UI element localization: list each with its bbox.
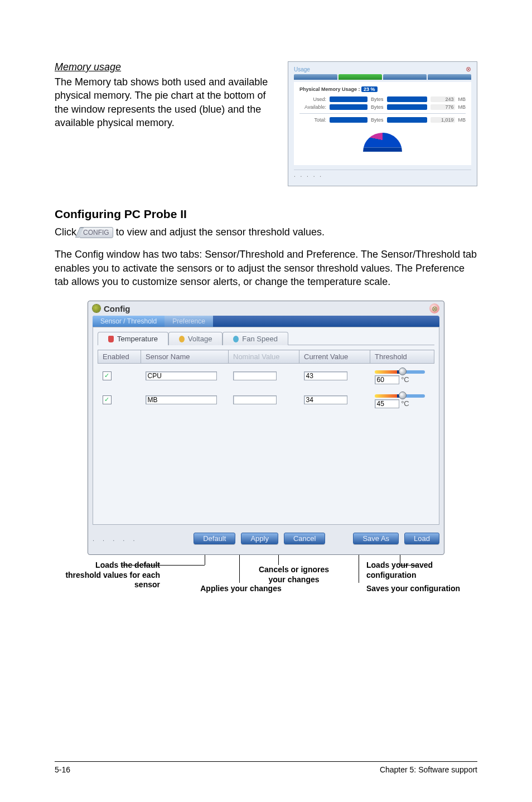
close-icon: ⊗ (466, 65, 471, 73)
save-as-button[interactable]: Save As (353, 533, 399, 544)
threshold-slider[interactable] (375, 369, 425, 375)
mem-tab (428, 74, 471, 80)
default-button[interactable]: Default (194, 533, 235, 544)
footer-left: 5-16 (55, 765, 70, 774)
col-current: Current Value (299, 350, 370, 364)
voltage-icon (179, 336, 185, 342)
tab-voltage-label: Voltage (188, 335, 212, 343)
mem-row-mbunit: MB (458, 96, 466, 102)
table-row: ✓ °C (98, 364, 434, 388)
memory-heading: Physical Memory Usage : (299, 86, 360, 92)
load-button[interactable]: Load (404, 533, 439, 544)
memory-usage-paragraph: The Memory tab shows both used and avail… (55, 75, 280, 129)
thermometer-icon (108, 336, 114, 342)
config-window: Config ⊗ Sensor / Threshold Preference T… (88, 301, 444, 555)
callout-default: Loads the default threshold values for e… (60, 561, 160, 590)
current-input (304, 395, 347, 404)
decorative-dots: . . . . . (93, 535, 138, 542)
configuring-heading: Configuring PC Probe II (55, 207, 477, 221)
gear-icon (93, 305, 100, 312)
mem-row-unit: Bytes (371, 117, 384, 123)
decorative-dots: . . . . . (294, 170, 471, 178)
nominal-input[interactable] (233, 395, 277, 404)
config-inline-button: CONFIG (79, 227, 113, 238)
footer-right: Chapter 5: Software support (380, 765, 477, 774)
col-nominal: Nominal Value (229, 350, 299, 364)
enabled-checkbox[interactable]: ✓ (103, 371, 112, 380)
col-threshold: Threshold (370, 350, 434, 364)
mem-tab (383, 74, 427, 80)
mem-row-mb: 776 (431, 104, 455, 110)
click-text-post: to view and adjust the sensor threshold … (116, 226, 325, 238)
enabled-checkbox[interactable]: ✓ (103, 395, 112, 404)
col-sensor-name: Sensor Name (141, 350, 229, 364)
tab-fan-speed[interactable]: Fan Speed (223, 332, 288, 345)
mem-tab (294, 74, 337, 80)
memory-heading-pct: 23 % (361, 86, 378, 92)
mem-row-unit: Bytes (371, 104, 384, 110)
memory-usage-screenshot: Usage ⊗ Physical Memory Usage : 23 % Use… (288, 61, 477, 186)
current-input (304, 371, 347, 380)
threshold-input[interactable] (375, 375, 399, 384)
sensor-name-input[interactable] (146, 371, 217, 380)
table-row: ✓ °C (98, 388, 434, 412)
mem-row-mbunit: MB (458, 104, 466, 110)
tab-temperature[interactable]: Temperature (98, 332, 168, 345)
tab-preference[interactable]: Preference (165, 316, 213, 327)
mem-row-mb: 243 (431, 96, 455, 102)
config-title: Config (104, 304, 130, 313)
tab-sensor-threshold[interactable]: Sensor / Threshold (93, 316, 165, 327)
tab-voltage[interactable]: Voltage (168, 332, 223, 345)
mem-row-label: Available: (299, 104, 326, 110)
col-enabled: Enabled (98, 350, 141, 364)
unit-label: °C (401, 375, 409, 384)
callout-saveas: Saves your configuration (366, 584, 461, 594)
callout-apply: Applies your changes (199, 584, 283, 594)
mem-row-mb: 1,019 (431, 117, 455, 123)
mem-row-mbunit: MB (458, 117, 466, 123)
mem-tab-active (338, 74, 382, 80)
cancel-button[interactable]: Cancel (284, 533, 325, 544)
mem-row-label: Total: (299, 117, 326, 123)
nominal-input[interactable] (233, 371, 277, 380)
apply-button[interactable]: Apply (241, 533, 278, 544)
mem-row-label: Used: (299, 96, 326, 102)
callout-cancel: Cancels or ignores your changes (255, 565, 333, 584)
close-icon[interactable]: ⊗ (429, 303, 439, 313)
callout-load: Loads your saved configuration (366, 561, 461, 580)
tab-temperature-label: Temperature (117, 335, 158, 343)
memory-usage-heading: Memory usage (55, 61, 280, 73)
unit-label: °C (401, 399, 409, 408)
config-paragraph: The Config window has two tabs: Sensor/T… (55, 248, 477, 288)
threshold-input[interactable] (375, 399, 399, 408)
mem-row-unit: Bytes (371, 96, 384, 102)
memory-pie-chart (363, 133, 402, 152)
fan-icon (233, 336, 239, 342)
tab-fan-label: Fan Speed (242, 335, 278, 343)
memory-app-title: Usage (294, 66, 310, 73)
sensor-name-input[interactable] (146, 395, 217, 404)
threshold-slider[interactable] (375, 393, 425, 399)
